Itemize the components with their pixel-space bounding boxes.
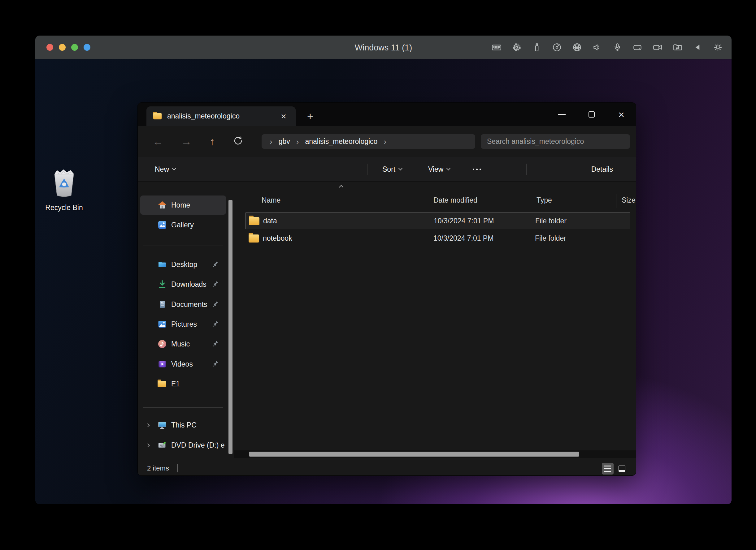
folder-icon (249, 217, 259, 225)
breadcrumb-chevron-icon[interactable]: › (270, 139, 272, 145)
sidebar-item-music[interactable]: Music (140, 334, 226, 353)
explorer-navbar: ← → ↑ › gbv › analisis_meteorolog (138, 126, 636, 157)
status-divider (177, 464, 178, 472)
chevron-down-icon (398, 167, 402, 171)
sidebar-item-e1[interactable]: E1 (140, 374, 226, 393)
vm-host-window: Windows 11 (1) (35, 36, 732, 504)
more-options-button[interactable] (473, 157, 481, 181)
folder-icon (249, 235, 259, 243)
details-view-button[interactable] (602, 463, 614, 474)
sidebar-divider (143, 407, 223, 408)
column-divider[interactable] (616, 194, 616, 208)
column-divider[interactable] (531, 194, 531, 208)
pin-icon (211, 320, 219, 328)
column-header-name[interactable]: Name (262, 196, 280, 205)
pin-icon (211, 300, 219, 308)
details-view-icon (604, 466, 611, 472)
toolbar-divider (526, 164, 527, 175)
column-header-size[interactable]: Size (622, 196, 636, 205)
recycle-bin-icon (50, 168, 78, 201)
up-arrow-icon[interactable]: ↑ (210, 136, 215, 148)
camera-icon[interactable] (652, 42, 663, 53)
toolbar-divider (187, 164, 187, 175)
videos-icon (158, 359, 167, 369)
microphone-icon[interactable] (612, 42, 623, 53)
horizontal-scrollbar[interactable] (234, 450, 636, 458)
recycle-bin[interactable]: Recycle Bin (44, 168, 84, 212)
back-arrow-icon[interactable]: ← (153, 136, 163, 148)
settings-gear-icon[interactable] (712, 42, 723, 53)
tab-close-icon[interactable]: × (278, 112, 289, 121)
sidebar-item-downloads[interactable]: Downloads (140, 275, 226, 294)
sidebar-item-videos[interactable]: Videos (140, 354, 226, 374)
forward-arrow-icon[interactable]: → (181, 136, 192, 148)
sort-ascending-icon (339, 185, 343, 189)
sidebar-item-dvd-drive[interactable]: DVD Drive (D:) e (140, 435, 226, 455)
home-icon (158, 201, 167, 210)
screenshot-root: Windows 11 (1) (0, 0, 756, 550)
usb-icon[interactable] (531, 42, 542, 53)
sidebar-item-pictures[interactable]: Pictures (140, 314, 226, 334)
column-header-type[interactable]: Type (537, 196, 552, 205)
pin-icon (211, 340, 219, 348)
ellipsis-icon (473, 169, 481, 170)
new-button[interactable]: New (155, 157, 176, 181)
chevron-down-icon (447, 167, 451, 171)
sidebar-divider (143, 246, 223, 246)
gallery-icon (158, 220, 167, 230)
thumbnail-view-icon (619, 466, 625, 472)
window-controls: × (557, 103, 627, 126)
desktop-icon (158, 260, 167, 269)
sidebar-item-desktop[interactable]: Desktop (140, 255, 226, 274)
maximize-button[interactable] (586, 109, 597, 120)
downloads-icon (158, 279, 167, 289)
documents-icon (158, 300, 167, 309)
hard-drive-icon[interactable] (632, 42, 643, 53)
folder-icon (153, 113, 162, 119)
folder-icon (158, 381, 166, 387)
keyboard-icon[interactable] (491, 42, 502, 53)
breadcrumb-item-gbv[interactable]: gbv (279, 137, 290, 146)
network-globe-icon[interactable] (571, 42, 583, 53)
file-row-data[interactable]: data 10/3/2024 7:01 PM File folder (245, 213, 630, 229)
thumbnail-view-button[interactable] (616, 463, 628, 474)
explorer-command-bar: New Sort View Details (138, 157, 636, 182)
tab-title: analisis_meteorologico (167, 112, 273, 120)
play-direction-icon[interactable] (692, 42, 703, 53)
vm-titlebar: Windows 11 (1) (35, 36, 732, 59)
sidebar-scrollbar[interactable] (228, 200, 232, 454)
explorer-statusbar: 2 items (138, 461, 636, 475)
chevron-right-icon[interactable] (146, 443, 150, 447)
explorer-tab[interactable]: analisis_meteorologico × (146, 106, 296, 126)
volume-icon[interactable] (592, 42, 603, 53)
disc-icon[interactable] (551, 42, 563, 53)
sidebar-item-gallery[interactable]: Gallery (140, 215, 226, 235)
details-pane-button[interactable]: Details (591, 157, 613, 181)
horizontal-scrollbar-thumb[interactable] (249, 452, 579, 457)
vm-toolbar (491, 36, 723, 59)
pin-icon (211, 280, 219, 288)
items-count: 2 items (147, 464, 169, 472)
explorer-tabbar: analisis_meteorologico × + × (138, 103, 636, 126)
breadcrumb-item-current[interactable]: analisis_meteorologico (305, 137, 377, 146)
sidebar-item-home[interactable]: Home (140, 196, 226, 215)
breadcrumb[interactable]: › gbv › analisis_meteorologico › (262, 134, 475, 149)
sort-button[interactable]: Sort (382, 157, 402, 181)
sidebar-item-documents[interactable]: Documents (140, 295, 226, 314)
breadcrumb-chevron-icon[interactable]: › (384, 139, 386, 145)
new-tab-button[interactable]: + (303, 108, 317, 124)
processor-icon[interactable] (511, 42, 522, 53)
column-header-date-modified[interactable]: Date modified (433, 196, 477, 205)
view-button[interactable]: View (428, 157, 450, 181)
refresh-icon[interactable] (233, 136, 243, 147)
minimize-button[interactable] (557, 109, 567, 120)
explorer-search-box[interactable]: Search analisis_meteorologico (481, 134, 630, 149)
close-button[interactable]: × (616, 109, 627, 120)
breadcrumb-chevron-icon[interactable]: › (296, 139, 299, 145)
shared-folder-icon[interactable] (672, 42, 683, 53)
file-row-notebook[interactable]: notebook 10/3/2024 7:01 PM File folder (245, 230, 630, 247)
this-pc-icon (158, 420, 167, 430)
chevron-right-icon[interactable] (146, 423, 150, 427)
dvd-drive-icon (158, 440, 167, 450)
sidebar-item-this-pc[interactable]: This PC (140, 415, 226, 435)
